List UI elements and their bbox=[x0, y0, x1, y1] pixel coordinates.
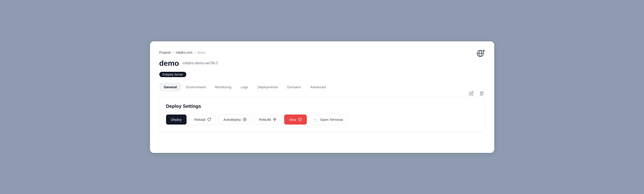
globe-status-indicator bbox=[476, 50, 485, 58]
breadcrumb-projects[interactable]: Projects bbox=[159, 51, 171, 54]
breadcrumb-sep-1: › bbox=[173, 51, 174, 54]
globe-wrapper bbox=[476, 50, 485, 58]
tab-deployments[interactable]: Deployments bbox=[253, 83, 282, 91]
svg-marker-5 bbox=[273, 118, 276, 121]
breadcrumb-demo: demo bbox=[197, 51, 205, 54]
reload-label: Reload bbox=[194, 118, 205, 122]
terminal-icon: ›_ bbox=[314, 118, 318, 121]
autodeploy-label: Autodeploy bbox=[224, 118, 241, 122]
breadcrumb-mkdirs[interactable]: mkdirs.com bbox=[176, 51, 192, 54]
stop-label: Stop bbox=[289, 118, 296, 122]
svg-point-3 bbox=[243, 118, 246, 121]
server-badge: Dokploy Server bbox=[159, 72, 186, 77]
tab-logs[interactable]: Logs bbox=[236, 83, 253, 91]
breadcrumb-sep-2: › bbox=[194, 51, 195, 54]
deploy-settings-card: Deploy Settings Deploy Reload Autodeploy bbox=[159, 97, 485, 132]
tabs-row: General Environment Monitoring Logs Depl… bbox=[159, 83, 485, 91]
buttons-row: Deploy Reload Autodeploy bbox=[166, 115, 478, 125]
tab-general[interactable]: General bbox=[159, 83, 182, 91]
rebuild-button[interactable]: Rebuild bbox=[254, 115, 282, 125]
svg-point-4 bbox=[244, 119, 245, 120]
delete-icon[interactable] bbox=[478, 90, 485, 97]
deploy-button[interactable]: Deploy bbox=[166, 115, 187, 125]
autodeploy-button[interactable]: Autodeploy bbox=[218, 115, 252, 125]
stop-icon bbox=[298, 118, 302, 121]
header-row: demo mkdirs-demo-ae76c3 bbox=[159, 59, 485, 68]
tab-environment[interactable]: Environment bbox=[182, 83, 210, 91]
reload-icon bbox=[207, 118, 211, 121]
rebuild-label: Rebuild bbox=[259, 118, 271, 122]
edit-icon[interactable] bbox=[468, 90, 475, 97]
status-dot bbox=[482, 50, 485, 52]
page-subtitle: mkdirs-demo-ae76c3 bbox=[183, 61, 218, 65]
open-terminal-button[interactable]: ›_ Open Terminal bbox=[310, 115, 348, 125]
deploy-label: Deploy bbox=[171, 118, 182, 122]
section-title: Deploy Settings bbox=[166, 104, 478, 109]
action-icons bbox=[468, 90, 485, 97]
breadcrumb: Projects › mkdirs.com › demo bbox=[159, 51, 485, 54]
rebuild-icon bbox=[273, 118, 276, 121]
stop-button[interactable]: Stop bbox=[284, 115, 307, 125]
main-card: Projects › mkdirs.com › demo demo mkdirs… bbox=[150, 41, 494, 153]
autodeploy-icon bbox=[243, 118, 246, 121]
tab-advanced[interactable]: Advanced bbox=[306, 83, 330, 91]
tab-domains[interactable]: Domains bbox=[282, 83, 306, 91]
terminal-label: Open Terminal bbox=[320, 118, 342, 122]
page-title: demo bbox=[159, 59, 179, 68]
tab-monitoring[interactable]: Monitoring bbox=[210, 83, 236, 91]
svg-line-7 bbox=[299, 118, 301, 120]
reload-button[interactable]: Reload bbox=[189, 115, 216, 125]
